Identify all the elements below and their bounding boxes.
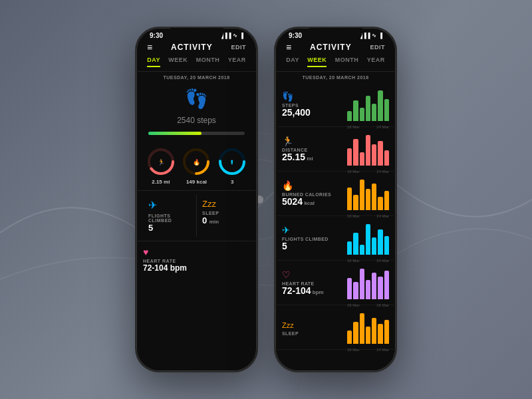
chart-labels-2: 18 Mar 24 Mar	[347, 214, 389, 218]
week-stat-name-5: SLEEP	[282, 331, 342, 336]
tab-week-2[interactable]: WEEK	[307, 57, 327, 67]
sleep-unit: min	[209, 219, 219, 225]
hr-icon-row: ♥	[143, 247, 250, 257]
heart-rate-section: ♥ HEART RATE 72-104 bpm	[136, 241, 257, 278]
week-stat-icon-5: Zzz	[282, 319, 342, 330]
time-2: 9:30	[289, 32, 302, 39]
week-stat-row-1: 🏃 DISTANCE 25.15 mi 18 Mar 24 Mar	[275, 127, 396, 172]
flights-name: FLIGHTS CLIMBED	[148, 213, 191, 223]
flights-icon: ✈	[148, 199, 191, 211]
bar	[347, 148, 352, 166]
bar	[347, 241, 352, 255]
ring-calories-label: 149 kcal	[186, 179, 207, 185]
week-stat-left-4: ♡ HEART RATE 72-104 bpm	[282, 269, 342, 296]
week-stat-value-2: 5024 kcal	[282, 197, 342, 207]
tab-month-2[interactable]: MONTH	[335, 57, 359, 67]
tab-year-2[interactable]: YEAR	[367, 57, 385, 67]
tab-year-1[interactable]: YEAR	[228, 57, 246, 67]
edit-button-1[interactable]: EDIT	[231, 44, 246, 51]
tab-week-1[interactable]: WEEK	[168, 57, 188, 67]
bar	[360, 313, 364, 344]
bar-chart-3: 18 Mar 24 Mar	[347, 221, 389, 255]
bar	[372, 237, 376, 255]
week-stat-left-1: 🏃 DISTANCE 25.15 mi	[282, 136, 342, 162]
svg-text:🔥: 🔥	[193, 158, 201, 166]
bar	[384, 320, 389, 344]
flights-card: ✈ FLIGHTS CLIMBED 5	[143, 195, 196, 237]
bar	[384, 99, 389, 121]
week-stat-left-2: 🔥 BURNED CALORIES 5024 kcal	[282, 180, 342, 207]
bar	[372, 318, 376, 344]
week-stat-value-3: 5	[282, 241, 342, 251]
week-stat-row-4: ♡ HEART RATE 72-104 bpm 18 Mar 26 Mar	[275, 261, 396, 305]
bar	[384, 191, 389, 210]
svg-text:⬆: ⬆	[229, 159, 235, 166]
chart-labels-3: 18 Mar 24 Mar	[347, 259, 389, 263]
bar	[353, 233, 358, 255]
bar	[384, 236, 389, 255]
sleep-card: Zzz SLEEP 0 min	[196, 195, 250, 237]
bar	[378, 197, 382, 210]
bar	[366, 96, 370, 121]
sleep-icon: Zzz	[202, 199, 245, 209]
week-stat-left-0: 👣 STEPS 25,400	[282, 91, 342, 118]
steps-number: 2540	[177, 116, 195, 125]
wifi-icon: ∿	[233, 33, 237, 39]
ring-distance: 🏃 2.15 mi	[146, 147, 176, 185]
week-stat-icon-0: 👣	[282, 91, 342, 102]
bar	[360, 180, 364, 210]
tab-day-2[interactable]: DAY	[286, 57, 299, 67]
bar	[378, 277, 382, 300]
flights-value: 5	[148, 223, 191, 233]
bar	[366, 280, 370, 299]
chart-labels-1: 18 Mar 24 Mar	[347, 170, 389, 174]
week-screen[interactable]: 👣 STEPS 25,400 18 Mar 24 Mar 🏃 DISTANCE …	[275, 82, 396, 371]
phone-2: 9:30 ▐▐▐ ∿ ▐ ≡ ACTIVITY EDIT DAY WEEK MO…	[274, 27, 397, 372]
bar-chart-0: 18 Mar 24 Mar	[347, 88, 389, 121]
bar	[366, 224, 370, 255]
bar	[366, 135, 370, 166]
chart-labels-4: 18 Mar 26 Mar	[347, 303, 389, 307]
bar	[360, 269, 364, 299]
bar	[347, 188, 352, 211]
ring-calories: 🔥 149 kcal	[182, 147, 211, 185]
bar	[353, 139, 358, 166]
battery-icon-2: ▐	[378, 33, 382, 39]
hr-value: 72-104 bpm	[143, 263, 250, 273]
svg-text:🏃: 🏃	[157, 158, 165, 166]
menu-icon-1[interactable]: ≡	[147, 42, 152, 53]
bar	[353, 100, 358, 121]
bar	[353, 322, 358, 344]
chart-labels-5: 18 Mar 24 Mar	[347, 348, 389, 352]
stat-cards: ✈ FLIGHTS CLIMBED 5 Zzz SLEEP 0 min	[136, 190, 257, 241]
bar-chart-2: 18 Mar 24 Mar	[347, 177, 389, 210]
app-title-1: ACTIVITY	[171, 43, 213, 52]
week-stat-left-3: ✈ FLIGHTS CLIMBED 5	[282, 225, 342, 251]
notch-1	[170, 28, 223, 43]
bar	[384, 271, 389, 299]
bar	[372, 184, 376, 210]
tabs-1: DAY WEEK MONTH YEAR	[136, 57, 257, 72]
notch-2	[309, 28, 362, 43]
wifi-icon-2: ∿	[372, 33, 376, 39]
week-stat-row-5: Zzz SLEEP 18 Mar 24 Mar	[275, 305, 396, 350]
ring-stats: 🏃 2.15 mi 🔥 149 kcal	[136, 142, 257, 190]
week-stat-row-2: 🔥 BURNED CALORIES 5024 kcal 18 Mar 24 Ma…	[275, 172, 396, 216]
sleep-name: SLEEP	[202, 211, 245, 215]
week-stat-row-0: 👣 STEPS 25,400 18 Mar 24 Mar	[275, 82, 396, 127]
screen-2: 9:30 ▐▐▐ ∿ ▐ ≡ ACTIVITY EDIT DAY WEEK MO…	[275, 28, 396, 371]
week-stat-row-3: ✈ FLIGHTS CLIMBED 5 18 Mar 24 Mar	[275, 216, 396, 261]
bar	[347, 111, 352, 121]
bar	[360, 108, 364, 121]
edit-button-2[interactable]: EDIT	[370, 44, 385, 51]
menu-icon-2[interactable]: ≡	[286, 42, 291, 53]
bar	[372, 273, 376, 299]
bar	[378, 141, 382, 166]
tab-month-1[interactable]: MONTH	[196, 57, 220, 67]
week-stat-unit-4: bpm	[311, 289, 324, 295]
bar-chart-1: 18 Mar 24 Mar	[347, 132, 389, 166]
steps-label: steps	[195, 116, 216, 125]
week-stat-unit-1: mi	[305, 156, 313, 162]
tab-day-1[interactable]: DAY	[147, 57, 160, 67]
hr-icon: ♥	[143, 247, 148, 257]
